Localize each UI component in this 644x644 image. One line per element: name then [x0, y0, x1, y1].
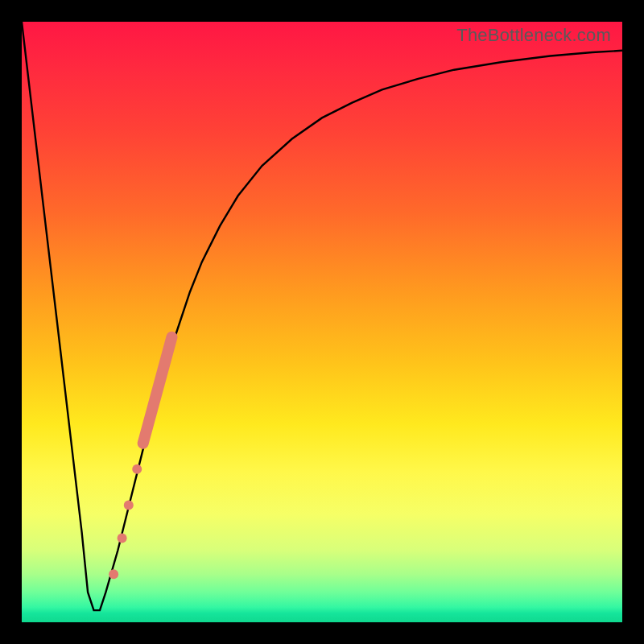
data-marker	[124, 501, 134, 510]
plot-area: TheBottleneck.com	[22, 22, 622, 622]
data-marker	[109, 569, 118, 579]
bottleneck-curve	[22, 22, 622, 610]
highlight-band	[143, 337, 172, 444]
curve-layer	[22, 22, 622, 622]
data-marker	[118, 534, 127, 543]
data-marker	[132, 464, 142, 474]
chart-frame: TheBottleneck.com	[0, 0, 644, 644]
watermark-text: TheBottleneck.com	[456, 25, 611, 46]
